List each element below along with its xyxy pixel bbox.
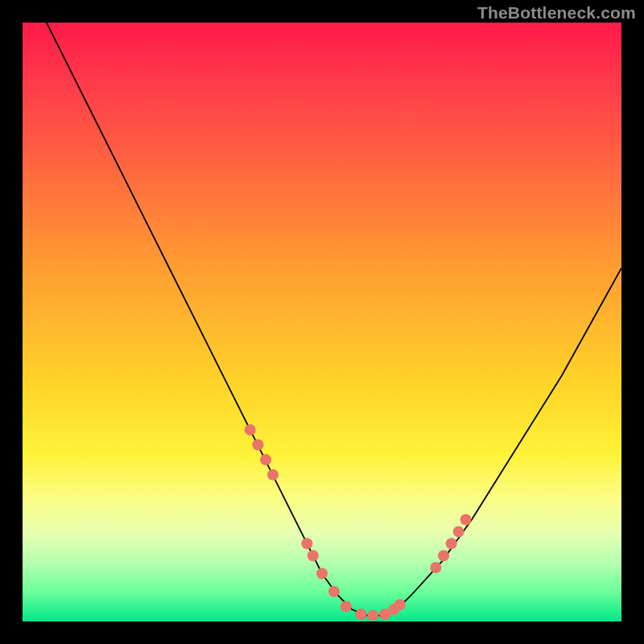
highlight-dot (460, 514, 472, 526)
plot-area (23, 23, 621, 621)
highlight-dot (430, 562, 441, 573)
highlight-dot (453, 526, 464, 537)
bottleneck-curve (23, 23, 621, 616)
highlight-dot (267, 469, 279, 481)
highlight-dot (245, 424, 256, 436)
highlight-dot (260, 454, 271, 465)
highlight-dot (367, 610, 378, 621)
highlight-dot (341, 601, 352, 612)
watermark-text: TheBottleneck.com (477, 3, 636, 23)
highlight-dot (355, 609, 366, 620)
highlight-dots (245, 424, 472, 621)
highlight-dot (394, 599, 406, 610)
chart-svg (23, 23, 621, 621)
chart-frame: TheBottleneck.com (0, 0, 644, 644)
highlight-dot (316, 568, 328, 580)
highlight-dot (328, 586, 340, 597)
highlight-dot (446, 538, 457, 549)
highlight-dot (438, 550, 449, 561)
highlight-dot (301, 538, 312, 549)
highlight-dot (252, 440, 263, 451)
highlight-dot (308, 550, 319, 561)
